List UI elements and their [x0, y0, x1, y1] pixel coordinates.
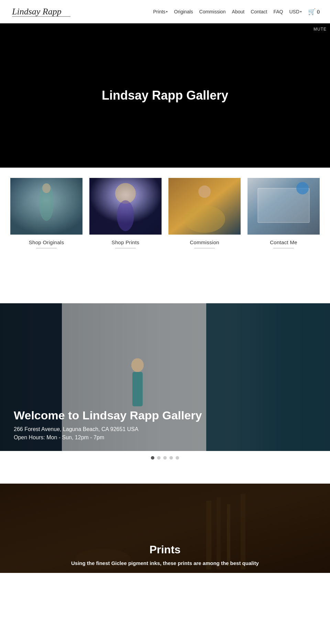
- hero-section: MUTE Lindsay Rapp Gallery: [0, 23, 330, 168]
- mute-button[interactable]: MUTE: [314, 27, 327, 32]
- welcome-content: Welcome to Lindsay Rapp Gallery 266 Fore…: [0, 398, 330, 451]
- carousel-dot-5[interactable]: [176, 456, 179, 460]
- shop-contact-label: Contact Me: [270, 239, 297, 245]
- welcome-title: Welcome to Lindsay Rapp Gallery: [14, 409, 316, 422]
- shop-contact-underline: [273, 248, 294, 248]
- shop-commission-underline: [194, 248, 215, 248]
- shop-originals-label: Shop Originals: [29, 239, 64, 245]
- welcome-section: Welcome to Lindsay Rapp Gallery 266 Fore…: [0, 303, 330, 451]
- spacer-1: [0, 255, 330, 276]
- nav-item-usd[interactable]: USD ▾: [289, 9, 302, 14]
- shop-prints-image: [89, 178, 162, 235]
- svg-point-19: [131, 358, 144, 372]
- nav-item-prints[interactable]: Prints ▾: [153, 9, 168, 14]
- shop-item-contact[interactable]: Contact Me: [246, 178, 321, 248]
- prints-overlay: Prints Using the finest Giclee pigment i…: [0, 484, 330, 573]
- shop-originals-underline: [36, 248, 57, 248]
- nav-cart[interactable]: 🛒 0: [308, 8, 320, 15]
- svg-point-7: [117, 200, 134, 231]
- svg-point-13: [296, 182, 309, 194]
- nav-item-contact[interactable]: Contact: [251, 9, 267, 15]
- prints-section: Prints Using the finest Giclee pigment i…: [0, 484, 330, 573]
- svg-point-4: [42, 183, 51, 193]
- welcome-hours: Open Hours: Mon - Sun, 12pm - 7pm: [14, 434, 316, 441]
- usd-arrow-icon: ▾: [300, 10, 302, 13]
- spacer-2: [0, 463, 330, 484]
- navigation: Lindsay Rapp Prints ▾ Originals Commissi…: [0, 0, 330, 23]
- shop-originals-image: [10, 178, 82, 235]
- carousel-dot-3[interactable]: [163, 456, 167, 460]
- cart-icon: 🛒: [308, 8, 316, 15]
- shop-commission-label: Commission: [190, 239, 219, 245]
- shop-prints-label: Shop Prints: [112, 239, 140, 245]
- shop-item-originals[interactable]: Shop Originals: [9, 178, 84, 248]
- carousel-dots: [0, 451, 330, 463]
- shop-grid: Shop Originals Shop Prints: [0, 168, 330, 255]
- nav-item-about[interactable]: About: [232, 9, 245, 15]
- carousel-dot-4[interactable]: [169, 456, 173, 460]
- nav-links: Prints ▾ Originals Commission About Cont…: [153, 8, 320, 15]
- svg-point-9: [184, 205, 225, 233]
- shop-contact-image: [248, 178, 320, 235]
- svg-point-10: [198, 185, 211, 198]
- logo[interactable]: Lindsay Rapp: [10, 3, 72, 20]
- shop-item-prints[interactable]: Shop Prints: [88, 178, 163, 248]
- nav-item-commission[interactable]: Commission: [199, 9, 226, 15]
- welcome-address: 266 Forest Avenue, Laguna Beach, CA 9265…: [14, 426, 316, 432]
- shop-prints-underline: [115, 248, 136, 248]
- prints-arrow-icon: ▾: [166, 10, 168, 13]
- prints-section-title: Prints: [150, 543, 181, 556]
- carousel-dot-1[interactable]: [151, 456, 154, 460]
- svg-text:Lindsay Rapp: Lindsay Rapp: [12, 7, 62, 16]
- shop-item-commission[interactable]: Commission: [167, 178, 242, 248]
- carousel-dot-2[interactable]: [157, 456, 161, 460]
- nav-item-originals[interactable]: Originals: [174, 9, 193, 15]
- prints-section-description: Using the finest Giclee pigment inks, th…: [61, 560, 269, 566]
- hero-title: Lindsay Rapp Gallery: [102, 88, 228, 103]
- nav-item-faq[interactable]: FAQ: [273, 9, 283, 15]
- shop-commission-image: [168, 178, 241, 235]
